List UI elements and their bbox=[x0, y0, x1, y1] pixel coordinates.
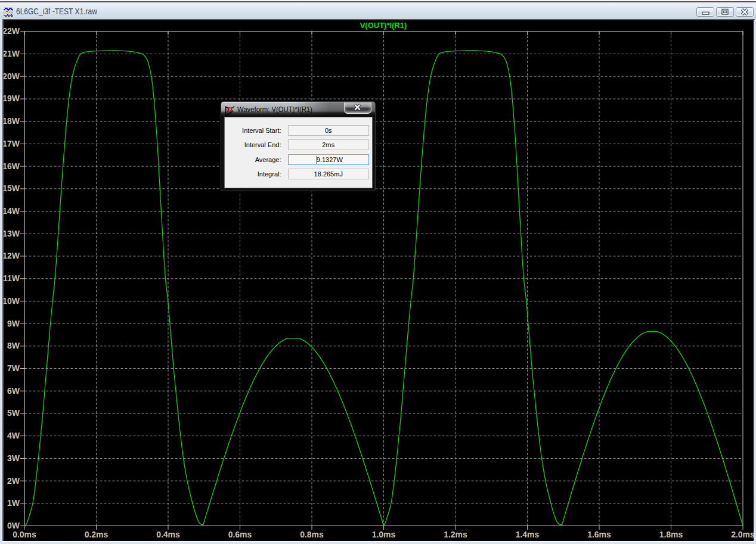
svg-text:1W: 1W bbox=[7, 498, 20, 508]
svg-text:20W: 20W bbox=[4, 71, 20, 80]
svg-text:8W: 8W bbox=[7, 341, 20, 350]
svg-text:0.4ms: 0.4ms bbox=[156, 529, 180, 539]
svg-text:18W: 18W bbox=[4, 116, 20, 126]
svg-text:14W: 14W bbox=[4, 206, 20, 215]
svg-text:0.0ms: 0.0ms bbox=[13, 529, 36, 539]
svg-text:2.0ms: 2.0ms bbox=[731, 529, 754, 539]
svg-text:21W: 21W bbox=[4, 48, 20, 58]
svg-text:0.6ms: 0.6ms bbox=[228, 529, 252, 539]
svg-text:1.4ms: 1.4ms bbox=[516, 529, 540, 539]
svg-text:0W: 0W bbox=[7, 520, 20, 530]
svg-text:4W: 4W bbox=[7, 431, 20, 440]
svg-text:5W: 5W bbox=[7, 408, 20, 418]
svg-text:1.8ms: 1.8ms bbox=[659, 529, 683, 539]
svg-text:3W: 3W bbox=[7, 453, 20, 462]
svg-text:12W: 12W bbox=[4, 251, 20, 260]
svg-text:7W: 7W bbox=[7, 363, 20, 372]
svg-text:19W: 19W bbox=[4, 94, 20, 103]
svg-text:V(OUT)*I(R1): V(OUT)*I(R1) bbox=[360, 20, 407, 29]
svg-text:6W: 6W bbox=[7, 386, 20, 395]
svg-text:10W: 10W bbox=[4, 296, 20, 305]
svg-text:0.2ms: 0.2ms bbox=[85, 529, 109, 539]
svg-text:9W: 9W bbox=[7, 318, 20, 328]
svg-text:1.0ms: 1.0ms bbox=[372, 529, 396, 539]
svg-text:16W: 16W bbox=[4, 161, 20, 170]
svg-text:15W: 15W bbox=[4, 184, 20, 193]
svg-text:0.8ms: 0.8ms bbox=[300, 529, 324, 539]
svg-text:22W: 22W bbox=[4, 26, 20, 36]
svg-text:11W: 11W bbox=[4, 273, 20, 283]
svg-text:13W: 13W bbox=[4, 228, 20, 238]
svg-text:17W: 17W bbox=[4, 138, 20, 148]
svg-text:1.6ms: 1.6ms bbox=[587, 529, 611, 539]
svg-text:2W: 2W bbox=[7, 475, 20, 485]
svg-text:1.2ms: 1.2ms bbox=[444, 529, 467, 539]
